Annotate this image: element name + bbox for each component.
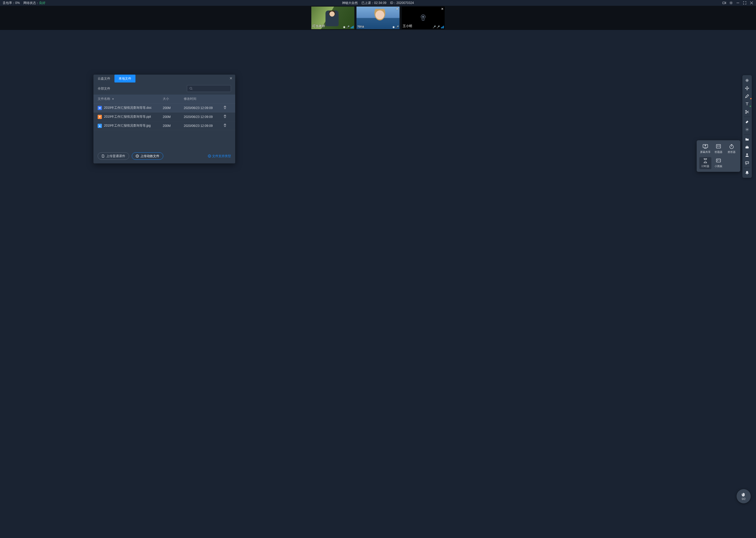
file-type-icon: W <box>98 106 102 110</box>
file-row[interactable]: P2019年工作汇报情况查询等等.ppt200M2020/06/23 12:09… <box>93 112 235 121</box>
tool-folder-icon[interactable] <box>743 135 751 143</box>
upload-animated-button[interactable]: 上传动效文件 <box>132 152 163 160</box>
close-dialog-icon[interactable]: ✕ <box>229 76 233 81</box>
delete-file-icon[interactable] <box>223 106 227 110</box>
tool-move-icon[interactable] <box>743 84 751 92</box>
file-filter-label[interactable]: 全部文件 <box>98 86 110 91</box>
svg-point-11 <box>747 80 747 81</box>
tab-local-files[interactable]: 本地文件 <box>115 75 135 82</box>
svg-point-14 <box>746 129 748 130</box>
file-name: 2019年工作汇报情况查询等等.doc <box>104 106 152 110</box>
tool-pen-icon[interactable] <box>743 92 751 100</box>
video-tile-student[interactable]: ✕ 王小明 🎤 🎤 <box>402 7 445 29</box>
svg-rect-8 <box>716 144 721 148</box>
camera-on-icon: ◉ <box>393 26 395 28</box>
column-name-header[interactable]: 文件名称 ▼ <box>98 97 163 101</box>
participant-video-strip: 叮当老师 ◉ 🎤 ✕ Nina ◉ 🎤 ✕ 王小明 🎤 🎤 <box>0 6 756 30</box>
svg-point-4 <box>190 87 192 89</box>
right-toolbar <box>742 75 752 178</box>
tool-timer[interactable]: 计时器 <box>699 157 711 169</box>
mic-on-icon: 🎤 <box>437 26 440 28</box>
svg-point-12 <box>745 110 746 111</box>
svg-rect-0 <box>723 2 725 4</box>
search-input[interactable] <box>187 85 231 92</box>
elapsed-time: 已上课：02:34:09 <box>361 1 386 5</box>
video-tile-teacher[interactable]: 叮当老师 ◉ 🎤 <box>311 7 354 29</box>
file-list: W2019年工作汇报情况查询等等.doc200M2020/06/23 12:09… <box>93 103 235 130</box>
file-type-icon: P <box>98 115 102 119</box>
tool-bell-icon[interactable] <box>743 169 751 176</box>
file-time: 2020/06/23 12:09:09 <box>184 106 223 110</box>
file-size: 200M <box>163 124 184 128</box>
session-id: ID：2020070324 <box>390 1 414 5</box>
file-row[interactable]: W2019年工作汇报情况查询等等.doc200M2020/06/23 12:09… <box>93 103 235 112</box>
file-name: 2019年工作汇报情况查询等等.jpg <box>104 124 151 128</box>
close-icon[interactable]: ✕ <box>396 7 399 11</box>
file-size: 200M <box>163 115 184 119</box>
column-time-header[interactable]: 修改时间 <box>184 97 223 101</box>
network-status: 网络状态：良好 <box>24 1 45 5</box>
mic-on-icon: 🎤 <box>396 26 399 28</box>
tool-eraser-icon[interactable] <box>743 118 751 125</box>
hand-raise-count: 0/2 <box>742 498 745 501</box>
close-window-icon[interactable] <box>750 1 753 5</box>
video-tile-student[interactable]: ✕ Nina ◉ 🎤 <box>356 7 400 29</box>
mic-muted-icon: 🎤 <box>433 26 436 28</box>
minimize-icon[interactable] <box>736 1 740 5</box>
svg-point-1 <box>731 2 732 3</box>
file-list-header: 文件名称 ▼ 大小 修改时间 <box>93 94 235 103</box>
course-name: 神秘大自然 <box>342 1 358 5</box>
tool-toolbox-icon[interactable] <box>743 143 751 151</box>
file-type-icon: ▲ <box>98 124 102 128</box>
camera-toggle-icon[interactable] <box>722 1 726 5</box>
sort-desc-icon: ▼ <box>112 98 114 100</box>
tab-cloud-files[interactable]: 云盘文件 <box>93 75 115 82</box>
file-time: 2020/06/23 12:09:09 <box>184 124 223 128</box>
file-upload-dialog: 云盘文件 本地文件 ✕ 全部文件 文件名称 ▼ 大小 修改时间 W2019年工作… <box>93 75 235 163</box>
tool-small-board[interactable]: 小黑板 <box>712 157 725 169</box>
tool-screen-share[interactable]: 屏幕共享 <box>699 143 711 155</box>
delete-file-icon[interactable] <box>223 115 227 119</box>
file-size: 200M <box>163 106 184 110</box>
toolbox-popover: 屏幕共享 答题器 抢答器 计时器 小黑板 <box>697 140 740 172</box>
tool-answer-device[interactable]: 答题器 <box>712 143 725 155</box>
file-time: 2020/06/23 12:09:09 <box>184 115 223 119</box>
supported-types-link[interactable]: 文件支持类型 <box>208 154 231 158</box>
close-icon[interactable]: ✕ <box>441 7 444 11</box>
svg-rect-16 <box>745 146 749 148</box>
tool-user-icon[interactable] <box>743 151 751 159</box>
tool-laser-icon[interactable] <box>743 77 751 84</box>
svg-point-3 <box>422 16 424 18</box>
svg-rect-10 <box>716 159 721 162</box>
tool-race-answer[interactable]: 抢答器 <box>726 143 737 155</box>
svg-point-13 <box>745 112 746 114</box>
upload-normal-button[interactable]: 上传普通课件 <box>98 152 129 160</box>
hand-raise-button[interactable]: 0/2 <box>736 489 751 503</box>
participant-name: 王小明 <box>403 24 412 28</box>
tool-chat-icon[interactable] <box>743 159 751 167</box>
packet-loss: 丢包率：0% <box>3 1 20 5</box>
tool-text-icon[interactable] <box>743 100 751 108</box>
fullscreen-icon[interactable] <box>743 1 746 5</box>
signal-icon <box>441 26 444 28</box>
camera-on-icon: ◉ <box>343 26 346 28</box>
signal-icon <box>351 26 354 28</box>
tool-scissors-icon[interactable] <box>743 108 751 116</box>
settings-icon[interactable] <box>729 1 733 5</box>
participant-name: 叮当老师 <box>312 24 325 28</box>
svg-point-17 <box>746 153 748 155</box>
tool-brightness-icon[interactable] <box>743 126 751 133</box>
file-name: 2019年工作汇报情况查询等等.ppt <box>104 115 151 119</box>
column-size-header[interactable]: 大小 <box>163 97 184 101</box>
participant-name: Nina <box>357 25 364 28</box>
delete-file-icon[interactable] <box>223 124 227 128</box>
hand-icon <box>741 492 746 497</box>
top-status-bar: 丢包率：0% 网络状态：良好 神秘大自然 已上课：02:34:09 ID：202… <box>0 0 756 6</box>
file-row[interactable]: ▲2019年工作汇报情况查询等等.jpg200M2020/06/23 12:09… <box>93 121 235 130</box>
mic-on-icon: 🎤 <box>346 26 350 28</box>
